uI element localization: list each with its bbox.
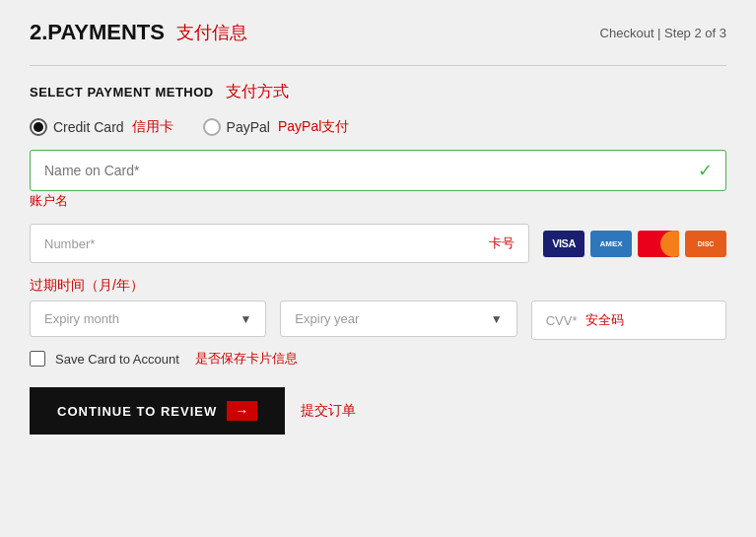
- continue-cn: 提交订单: [301, 402, 356, 420]
- credit-card-label: Credit Card: [53, 119, 124, 135]
- number-input-wrapper[interactable]: Number* 卡号: [30, 224, 529, 263]
- continue-row: CONTINUE TO REVIEW → 提交订单: [30, 387, 726, 435]
- number-label: Number*: [44, 236, 483, 251]
- checkmark-icon: ✓: [698, 160, 713, 181]
- save-card-label-cn: 是否保存卡片信息: [195, 350, 298, 368]
- paypal-radio[interactable]: [203, 118, 221, 136]
- name-field-group: ✓ 账户名: [30, 150, 726, 210]
- paypal-option[interactable]: PayPal PayPal支付: [203, 118, 350, 136]
- credit-card-radio[interactable]: [30, 118, 47, 136]
- amex-icon: AMEX: [590, 231, 632, 257]
- name-field-cn: 账户名: [30, 193, 68, 208]
- visa-icon: VISA: [543, 231, 584, 257]
- chevron-down-icon-2: ▼: [491, 312, 503, 326]
- section-title: SELECT PAYMENT METHOD: [30, 85, 214, 100]
- page-header: 2.PAYMENTS 支付信息 Checkout | Step 2 of 3: [30, 20, 726, 45]
- expiry-cvv-row: Expiry month ▼ Expiry year ▼ CVV* 安全码: [30, 301, 726, 340]
- continue-label: CONTINUE TO REVIEW: [57, 404, 217, 419]
- card-icons: VISA AMEX DISC: [543, 231, 726, 257]
- cvv-field[interactable]: CVV* 安全码: [531, 301, 726, 340]
- save-card-label: Save Card to Account: [55, 352, 179, 367]
- header-left: 2.PAYMENTS 支付信息: [30, 20, 247, 45]
- divider: [30, 65, 726, 66]
- save-card-checkbox[interactable]: [30, 351, 45, 367]
- payments-page: 2.PAYMENTS 支付信息 Checkout | Step 2 of 3 S…: [0, 0, 756, 537]
- cvv-label: CVV*: [546, 313, 578, 328]
- breadcrumb-text: Checkout | Step 2 of 3: [600, 26, 726, 40]
- expiry-month-select[interactable]: Expiry month ▼: [30, 301, 266, 337]
- number-label-cn: 卡号: [489, 235, 515, 252]
- paypal-label-cn: PayPal支付: [278, 118, 349, 136]
- section-label: SELECT PAYMENT METHOD 支付方式: [30, 82, 726, 102]
- credit-card-radio-inner: [34, 122, 43, 132]
- expiry-year-select[interactable]: Expiry year ▼: [280, 301, 516, 337]
- continue-button[interactable]: CONTINUE TO REVIEW →: [30, 387, 285, 435]
- payment-methods: Credit Card 信用卡 PayPal PayPal支付: [30, 118, 726, 136]
- save-card-row: Save Card to Account 是否保存卡片信息: [30, 350, 726, 368]
- page-title-cn: 支付信息: [176, 21, 247, 44]
- arrow-right-icon: →: [227, 401, 257, 421]
- page-title: 2.PAYMENTS: [30, 20, 165, 45]
- chevron-down-icon: ▼: [240, 312, 251, 326]
- expiry-section: 过期时间（月/年） Expiry month ▼ Expiry year ▼ C…: [30, 277, 726, 340]
- expiry-year-label: Expiry year: [295, 311, 490, 326]
- credit-card-label-cn: 信用卡: [132, 118, 173, 136]
- credit-card-option[interactable]: Credit Card 信用卡: [30, 118, 173, 136]
- number-row: Number* 卡号 VISA AMEX DISC: [30, 224, 726, 263]
- paypal-label: PayPal: [227, 119, 270, 135]
- cvv-label-cn: 安全码: [585, 311, 624, 329]
- name-input[interactable]: [30, 150, 726, 191]
- name-input-wrapper: ✓: [30, 150, 726, 191]
- section-title-cn: 支付方式: [226, 82, 289, 102]
- discover-icon: DISC: [685, 231, 726, 257]
- expiry-month-label: Expiry month: [44, 311, 240, 326]
- mastercard-icon: [638, 231, 679, 257]
- expiry-label-cn: 过期时间（月/年）: [30, 277, 726, 295]
- breadcrumb: Checkout | Step 2 of 3: [600, 26, 726, 40]
